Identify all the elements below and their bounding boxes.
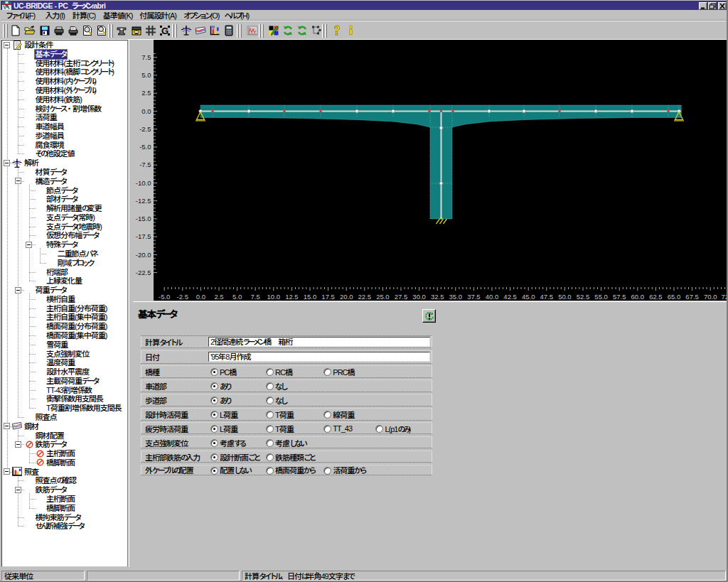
svg-text:0.0: 0.0 <box>141 107 151 115</box>
svg-text:52.5: 52.5 <box>577 293 590 301</box>
svg-text:-20.0: -20.0 <box>136 251 151 259</box>
svg-text:27.5: 27.5 <box>395 293 408 301</box>
svg-text:0.0: 0.0 <box>196 293 205 301</box>
svg-text:25.0: 25.0 <box>376 293 390 301</box>
svg-text:22.5: 22.5 <box>358 293 372 301</box>
svg-text:-7.5: -7.5 <box>139 161 151 168</box>
svg-text:7.5: 7.5 <box>251 293 260 301</box>
svg-text:70.0: 70.0 <box>704 293 717 301</box>
svg-text:-5.0: -5.0 <box>159 293 170 301</box>
svg-text:-17.5: -17.5 <box>136 232 151 240</box>
svg-text:5.0: 5.0 <box>141 71 151 79</box>
svg-text:62.5: 62.5 <box>649 293 663 301</box>
svg-text:57.5: 57.5 <box>613 293 626 301</box>
svg-text:30.0: 30.0 <box>412 293 426 301</box>
svg-text:37.5: 37.5 <box>467 293 481 301</box>
svg-text:-22.5: -22.5 <box>136 269 151 276</box>
svg-text:67.5: 67.5 <box>685 293 699 301</box>
svg-text:50.0: 50.0 <box>558 293 572 301</box>
svg-text:35.0: 35.0 <box>449 293 463 301</box>
svg-text:-2.5: -2.5 <box>177 293 188 301</box>
svg-text:65.0: 65.0 <box>668 293 681 301</box>
svg-text:42.5: 42.5 <box>503 293 517 301</box>
svg-text:2.5: 2.5 <box>141 89 151 97</box>
svg-text:45.0: 45.0 <box>522 293 535 301</box>
svg-text:12.5: 12.5 <box>285 293 299 301</box>
svg-text:47.5: 47.5 <box>540 293 554 301</box>
svg-text:-5.0: -5.0 <box>139 143 151 151</box>
svg-text:-12.5: -12.5 <box>136 197 151 205</box>
svg-text:-15.0: -15.0 <box>136 215 151 222</box>
svg-text:15.0: 15.0 <box>304 293 317 301</box>
svg-text:G: G <box>161 26 168 36</box>
svg-text:2.5: 2.5 <box>214 293 223 301</box>
svg-text:32.5: 32.5 <box>431 293 444 301</box>
svg-text:55.0: 55.0 <box>594 293 608 301</box>
svg-text:40.0: 40.0 <box>486 293 499 301</box>
svg-text:7.5: 7.5 <box>141 53 151 61</box>
svg-text:10.0: 10.0 <box>267 293 281 301</box>
svg-text:-10.0: -10.0 <box>136 179 151 187</box>
svg-text:5.0: 5.0 <box>232 293 242 301</box>
svg-text:60.0: 60.0 <box>631 293 645 301</box>
svg-text:-2.5: -2.5 <box>139 125 151 133</box>
svg-text:17.5: 17.5 <box>321 293 335 301</box>
svg-text:20.0: 20.0 <box>340 293 353 301</box>
